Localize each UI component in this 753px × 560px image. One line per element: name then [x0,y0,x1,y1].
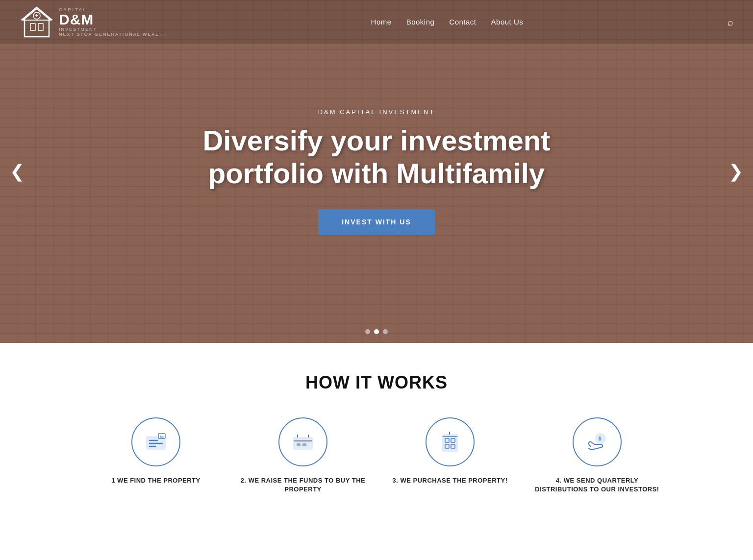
carousel-dots [365,329,388,334]
svg-rect-3 [38,24,43,30]
navbar: CAPITAL D&M INVESTMENT Next Stop Generat… [0,0,753,44]
carousel-dot-1[interactable] [365,329,370,334]
step-4-label: 4. WE SEND QUARTERLY DISTRIBUTIONS TO OU… [533,476,661,494]
svg-text:$: $ [599,436,602,441]
logo-investment: INVESTMENT [59,27,167,32]
distributions-icon: $ [585,430,609,454]
raise-funds-icon [291,430,315,454]
svg-rect-2 [30,24,35,30]
hero-title: Diversify your investment portfolio with… [180,124,573,190]
step-1-icon-circle: $= [131,417,180,466]
nav-item-booking[interactable]: Booking [406,18,435,26]
svg-rect-17 [443,435,457,451]
hero-section: CAPITAL D&M INVESTMENT Next Stop Generat… [0,0,753,343]
carousel-prev-button[interactable]: ❮ [5,156,29,187]
nav-links: Home Booking Contact About Us [371,18,524,26]
step-1-label: 1 WE FIND THE PROPERTY [111,476,200,485]
svg-rect-13 [297,443,301,446]
nav-item-about[interactable]: About Us [491,18,524,26]
hero-subtitle: D&M CAPITAL INVESTMENT [318,108,435,116]
hero-content: D&M CAPITAL INVESTMENT Diversify your in… [0,0,753,343]
svg-rect-14 [302,443,306,446]
logo[interactable]: CAPITAL D&M INVESTMENT Next Stop Generat… [20,5,167,39]
nav-item-contact[interactable]: Contact [449,18,476,26]
svg-marker-0 [22,7,51,37]
step-3-label: 3. WE PURCHASE THE PROPERTY! [392,476,507,485]
logo-tagline: Next Stop Generational Wealth [59,32,167,37]
hiw-step-3: 3. WE PURCHASE THE PROPERTY! [376,417,524,494]
purchase-property-icon [438,430,462,454]
search-icon[interactable]: ⌕ [728,17,733,28]
nav-link-booking[interactable]: Booking [406,18,435,26]
invest-with-us-button[interactable]: INVEST WITH US [318,209,435,235]
carousel-next-button[interactable]: ❯ [724,156,748,187]
hiw-steps: $= 1 WE FIND THE PROPERTY 2. WE RAISE TH… [20,417,733,494]
how-it-works-section: HOW IT WORKS $= 1 WE FIND THE PROPERTY [0,343,753,513]
logo-text: CAPITAL D&M INVESTMENT Next Stop Generat… [59,7,167,37]
svg-text:$=: $= [160,435,164,439]
hiw-step-1: $= 1 WE FIND THE PROPERTY [82,417,229,494]
hiw-step-4: $ 4. WE SEND QUARTERLY DISTRIBUTIONS TO … [524,417,671,494]
step-2-icon-circle [278,417,327,466]
nav-item-home[interactable]: Home [371,18,392,26]
step-2-label: 2. WE RAISE THE FUNDS TO BUY THE PROPERT… [239,476,367,494]
logo-icon [20,5,54,39]
nav-link-home[interactable]: Home [371,18,392,26]
hiw-section-title: HOW IT WORKS [20,372,733,393]
carousel-dot-2[interactable] [374,329,379,334]
nav-link-contact[interactable]: Contact [449,18,476,26]
find-property-icon: $= [144,430,168,454]
nav-link-about[interactable]: About Us [491,18,524,26]
step-3-icon-circle [426,417,475,466]
carousel-dot-3[interactable] [383,329,388,334]
logo-brand-name: D&M [59,12,167,27]
step-4-icon-circle: $ [573,417,622,466]
hiw-step-2: 2. WE RAISE THE FUNDS TO BUY THE PROPERT… [229,417,376,494]
